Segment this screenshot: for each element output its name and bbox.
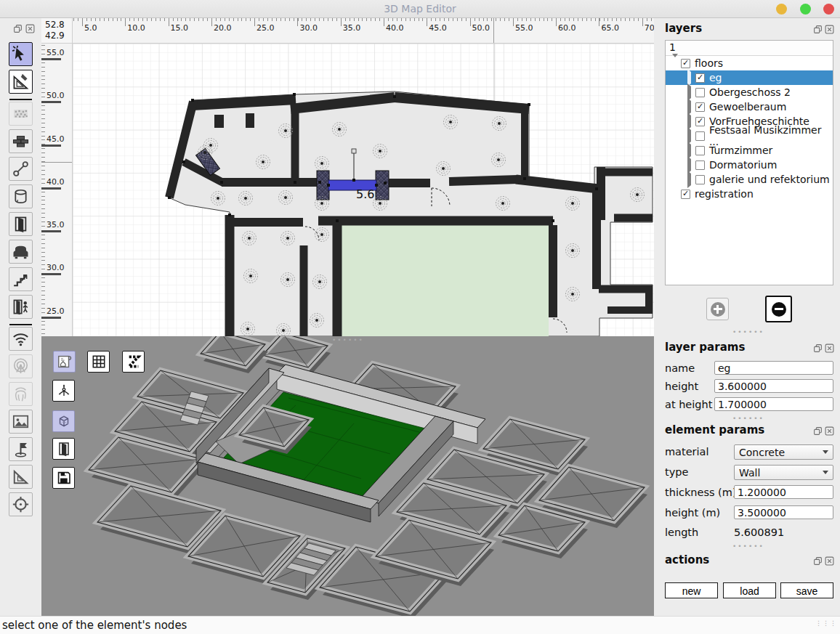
layer-row[interactable]: ✓ Gewoelberaum <box>666 99 833 114</box>
layer-label: floors <box>695 57 723 69</box>
antenna-tool[interactable] <box>9 354 33 378</box>
select-tool[interactable] <box>9 42 33 66</box>
at-height-label: at height <box>665 399 712 410</box>
splitter-handle[interactable]: •••••• <box>732 328 764 336</box>
blueprint-view-button[interactable] <box>53 351 76 373</box>
stairs-tool[interactable] <box>9 267 33 291</box>
image-icon <box>12 412 30 431</box>
door-view-button[interactable] <box>52 438 75 460</box>
axis-gizmo-button[interactable] <box>52 380 75 402</box>
grid-toggle-button[interactable] <box>87 351 110 373</box>
door-tool[interactable] <box>9 212 33 236</box>
layer-params-close-icon[interactable] <box>825 342 834 356</box>
layer-checkbox[interactable]: ✓ <box>695 117 705 126</box>
title-bar: 3D Map Editor <box>0 0 840 18</box>
layer-row[interactable]: Dormatorium <box>666 158 833 172</box>
layer-checkbox[interactable] <box>695 88 705 97</box>
name-label: name <box>665 362 695 374</box>
image-tool[interactable] <box>9 410 33 434</box>
element-params-float-icon[interactable] <box>813 425 823 439</box>
layers-tree[interactable]: 1 ✓ floors ✓ eg Obergeschoss 2 ✓ Gewoelb… <box>665 40 833 285</box>
actions-float-icon[interactable] <box>813 555 823 569</box>
material-label: material <box>665 446 709 458</box>
layer-checkbox[interactable] <box>695 175 705 184</box>
new-button[interactable]: new <box>665 582 718 598</box>
type-select[interactable]: Wall <box>734 465 833 480</box>
cube-view-button[interactable] <box>52 410 75 432</box>
layer-checkbox[interactable]: ✓ <box>681 59 690 68</box>
stairs-icon <box>12 270 30 288</box>
zoom-button[interactable] <box>800 4 811 15</box>
actions-close-icon[interactable] <box>825 555 834 569</box>
load-button[interactable]: load <box>723 582 776 598</box>
dock-float-icon[interactable] <box>13 23 23 36</box>
layer-row[interactable]: ✓ eg <box>666 70 833 85</box>
actions-title: actions <box>665 553 709 566</box>
save-button[interactable]: save <box>780 582 833 598</box>
layer-height-field[interactable] <box>714 379 833 393</box>
save-view-button[interactable] <box>52 467 75 489</box>
cursor-y: 42.9 <box>45 31 72 41</box>
wifi-tool[interactable] <box>9 327 33 351</box>
layer-row[interactable]: ✓ registration <box>666 187 833 201</box>
layer-label: eg <box>709 72 722 84</box>
flag-icon <box>12 440 30 458</box>
layer-checkbox[interactable] <box>695 146 705 155</box>
measure-node[interactable] <box>352 149 356 153</box>
remove-layer-button[interactable] <box>765 296 792 322</box>
z-pattern-button[interactable] <box>122 351 145 373</box>
link-tool[interactable] <box>9 157 33 181</box>
layer-checkbox[interactable]: ✓ <box>681 190 690 199</box>
wall-stub <box>246 113 254 128</box>
resize-grip[interactable]: ⋮⋮⋮ <box>815 614 837 632</box>
splitter-handle[interactable]: •••••• <box>732 415 764 422</box>
layer-checkbox[interactable]: ✓ <box>695 102 705 112</box>
fingerprint-tool[interactable] <box>9 382 33 406</box>
material-select[interactable]: Concrete <box>734 444 833 460</box>
wifi-icon <box>12 330 30 348</box>
splitter-handle[interactable]: •••••• <box>332 336 364 344</box>
height-label: height <box>665 381 698 392</box>
target-tool[interactable] <box>9 492 33 516</box>
measure-tool[interactable] <box>9 70 33 94</box>
layers-close-icon[interactable] <box>825 23 834 37</box>
layer-at-height-field[interactable] <box>714 397 833 411</box>
close-button[interactable] <box>823 4 834 15</box>
furniture-tool[interactable] <box>9 240 33 264</box>
layer-label: galerie und refektorium <box>709 174 830 185</box>
floorplan-2d-canvas[interactable]: 5.6 <box>73 44 654 336</box>
layer-params-float-icon[interactable] <box>813 342 823 356</box>
layer-row[interactable]: Festsaal Musikzimmer ... <box>666 129 833 143</box>
layer-name-field[interactable] <box>714 361 833 375</box>
window-title: 3D Map Editor <box>0 3 840 15</box>
setsquare-tool[interactable] <box>9 465 33 489</box>
layers-panel-title: layers <box>665 22 702 35</box>
layer-label: Dormatorium <box>709 159 777 171</box>
layer-row[interactable]: ✓ floors <box>666 56 833 70</box>
thickness-field[interactable] <box>734 485 833 499</box>
chevron-down-icon <box>823 471 828 474</box>
viewport-3d[interactable]: •••••• <box>41 336 654 616</box>
axis-icon <box>56 383 72 399</box>
element-params-close-icon[interactable] <box>825 425 834 439</box>
texture-tool[interactable] <box>9 102 33 126</box>
minimize-button[interactable] <box>776 4 787 15</box>
cylinder-tool[interactable] <box>9 184 33 208</box>
link-icon <box>12 160 30 178</box>
add-layer-button[interactable] <box>706 298 729 320</box>
wall-tool[interactable] <box>9 129 33 153</box>
element-params-title: element params <box>665 423 764 436</box>
layer-row[interactable]: galerie und refektorium <box>666 172 833 187</box>
layer-checkbox[interactable] <box>695 131 705 141</box>
dock-close-icon[interactable] <box>25 23 35 36</box>
splitter-handle[interactable]: •••••• <box>732 542 764 550</box>
flag-tool[interactable] <box>9 437 33 461</box>
layer-checkbox[interactable]: ✓ <box>695 73 705 83</box>
type-value: Wall <box>739 467 760 479</box>
element-height-field[interactable] <box>734 505 833 519</box>
layer-row[interactable]: Obergeschoss 2 <box>666 85 833 99</box>
layers-float-icon[interactable] <box>813 23 823 37</box>
exit-tool[interactable] <box>9 295 33 319</box>
texture-icon <box>12 105 30 123</box>
layer-checkbox[interactable] <box>695 160 705 170</box>
